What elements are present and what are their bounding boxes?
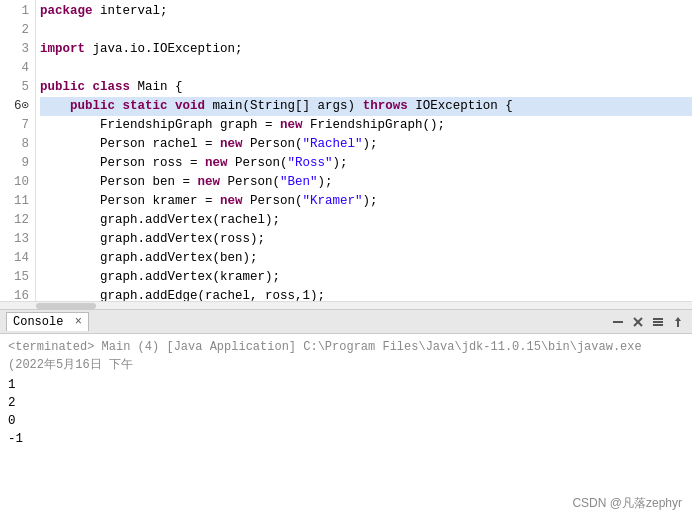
console-output-line-4: -1 bbox=[8, 430, 684, 448]
console-close-btn[interactable] bbox=[630, 314, 646, 330]
code-line-9: Person ross = new Person("Ross"); bbox=[40, 154, 692, 173]
console-minimize-btn[interactable] bbox=[610, 314, 626, 330]
console-pin-btn[interactable] bbox=[670, 314, 686, 330]
minimize-icon bbox=[612, 316, 624, 328]
line-num-2: 2 bbox=[0, 21, 29, 40]
line-num-5: 5 bbox=[0, 78, 29, 97]
console-menu-btn[interactable] bbox=[650, 314, 666, 330]
console-terminated-text: <terminated> Main (4) [Java Application]… bbox=[8, 338, 684, 374]
code-line-13: graph.addVertex(ross); bbox=[40, 230, 692, 249]
watermark: CSDN @凡落zephyr bbox=[572, 495, 682, 512]
code-line-10: Person ben = new Person("Ben"); bbox=[40, 173, 692, 192]
line-num-11: 11 bbox=[0, 192, 29, 211]
line-num-15: 15 bbox=[0, 268, 29, 287]
line-num-10: 10 bbox=[0, 173, 29, 192]
code-line-2 bbox=[40, 21, 692, 40]
console-toolbar: Console × bbox=[0, 310, 692, 334]
line-num-8: 8 bbox=[0, 135, 29, 154]
svg-rect-5 bbox=[653, 324, 663, 326]
line-num-6: 6⊙ bbox=[0, 97, 29, 116]
console-tab[interactable]: Console × bbox=[6, 312, 89, 331]
console-output-line-3: 0 bbox=[8, 412, 684, 430]
svg-marker-6 bbox=[675, 317, 681, 327]
svg-rect-3 bbox=[653, 318, 663, 320]
code-line-6: public static void main(String[] args) t… bbox=[40, 97, 692, 116]
line-num-7: 7 bbox=[0, 116, 29, 135]
scrollbar-thumb bbox=[36, 303, 96, 309]
console-icons bbox=[610, 314, 686, 330]
line-num-14: 14 bbox=[0, 249, 29, 268]
line-num-13: 13 bbox=[0, 230, 29, 249]
line-num-4: 4 bbox=[0, 59, 29, 78]
console-tab-label: Console bbox=[13, 315, 63, 329]
code-line-11: Person kramer = new Person("Kramer"); bbox=[40, 192, 692, 211]
svg-rect-0 bbox=[613, 321, 623, 323]
code-line-14: graph.addVertex(ben); bbox=[40, 249, 692, 268]
code-line-15: graph.addVertex(kramer); bbox=[40, 268, 692, 287]
menu-icon bbox=[652, 316, 664, 328]
line-num-12: 12 bbox=[0, 211, 29, 230]
code-line-1: package interval; bbox=[40, 2, 692, 21]
close-icon bbox=[632, 316, 644, 328]
line-num-1: 1 bbox=[0, 2, 29, 21]
code-line-7: FriendshipGraph graph = new FriendshipGr… bbox=[40, 116, 692, 135]
code-editor: 1 2 3 4 5 6⊙ 7 8 9 10 11 12 13 14 15 16 … bbox=[0, 0, 692, 310]
code-line-5: public class Main { bbox=[40, 78, 692, 97]
console-output-line-2: 2 bbox=[8, 394, 684, 412]
code-line-8: Person rachel = new Person("Rachel"); bbox=[40, 135, 692, 154]
console-panel: Console × bbox=[0, 310, 692, 518]
editor-scrollbar[interactable] bbox=[0, 301, 692, 309]
svg-rect-4 bbox=[653, 321, 663, 323]
line-num-9: 9 bbox=[0, 154, 29, 173]
pin-icon bbox=[672, 316, 684, 328]
code-line-4 bbox=[40, 59, 692, 78]
line-num-3: 3 bbox=[0, 40, 29, 59]
console-output: <terminated> Main (4) [Java Application]… bbox=[0, 334, 692, 518]
code-line-3: import java.io.IOException; bbox=[40, 40, 692, 59]
line-numbers: 1 2 3 4 5 6⊙ 7 8 9 10 11 12 13 14 15 16 … bbox=[0, 0, 36, 309]
console-output-line-1: 1 bbox=[8, 376, 684, 394]
console-tab-close[interactable]: × bbox=[75, 315, 82, 329]
code-content: package interval; import java.io.IOExcep… bbox=[36, 0, 692, 309]
code-line-12: graph.addVertex(rachel); bbox=[40, 211, 692, 230]
